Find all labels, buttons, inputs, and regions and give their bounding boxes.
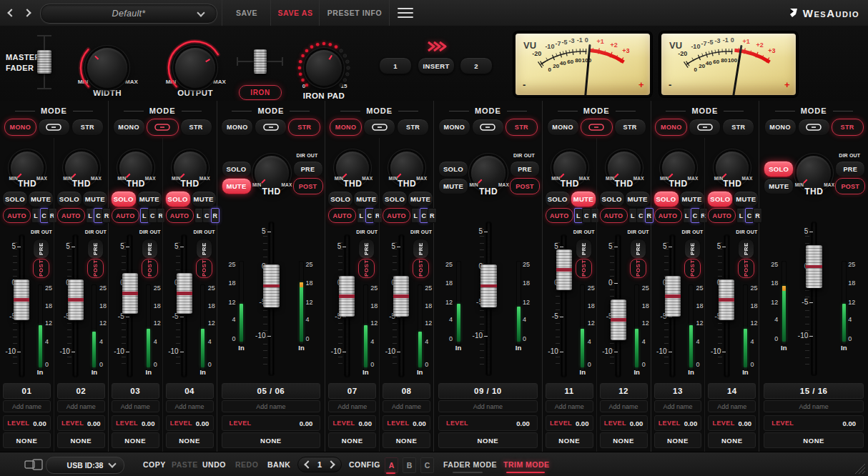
- channel-number[interactable]: 04: [166, 383, 214, 399]
- resize-grip[interactable]: [854, 463, 865, 474]
- channel-route-button[interactable]: NONE: [383, 432, 430, 448]
- pre-button[interactable]: PRE: [738, 239, 754, 259]
- bank-a-button[interactable]: A: [385, 457, 398, 473]
- auto-button[interactable]: AUTO: [166, 208, 194, 223]
- auto-button[interactable]: AUTO: [708, 208, 736, 223]
- pan-l-button[interactable]: L: [411, 208, 420, 223]
- pre-button[interactable]: PRE: [33, 239, 49, 259]
- channel-route-button[interactable]: NONE: [546, 432, 593, 448]
- fader-handle[interactable]: [14, 279, 29, 320]
- width-knob[interactable]: [87, 48, 127, 88]
- solo-button[interactable]: SOLO: [165, 191, 191, 207]
- solo-button[interactable]: SOLO: [222, 161, 252, 177]
- mute-button[interactable]: MUTE: [733, 191, 759, 207]
- channel-name-input[interactable]: [708, 400, 756, 412]
- iron-switch-handle[interactable]: [254, 49, 267, 74]
- mode-link-button[interactable]: [472, 119, 504, 136]
- mute-button[interactable]: MUTE: [571, 191, 596, 207]
- channel-route-button[interactable]: NONE: [3, 432, 51, 448]
- fader-handle[interactable]: [339, 276, 355, 317]
- iron-pad-knob[interactable]: [306, 50, 342, 86]
- channel-number[interactable]: 15 / 16: [764, 383, 864, 399]
- channel-name-input[interactable]: [383, 400, 430, 412]
- mode-str-button[interactable]: STR: [397, 119, 429, 136]
- pan-c-button[interactable]: C: [636, 208, 646, 223]
- paste-button[interactable]: PASTE: [172, 452, 198, 476]
- fader-handle[interactable]: [122, 273, 138, 314]
- solo-button[interactable]: SOLO: [599, 191, 625, 207]
- fader-handle[interactable]: [611, 299, 626, 340]
- auto-button[interactable]: AUTO: [3, 208, 31, 223]
- post-button[interactable]: POST: [413, 259, 429, 278]
- channel-number[interactable]: 03: [112, 383, 159, 399]
- pre-button[interactable]: PRE: [630, 239, 646, 259]
- channel-number[interactable]: 09 / 10: [438, 383, 538, 399]
- mode-link-button[interactable]: [255, 119, 287, 136]
- solo-button[interactable]: SOLO: [545, 191, 571, 207]
- mode-str-button[interactable]: STR: [722, 119, 754, 136]
- channel-number[interactable]: 05 / 06: [222, 383, 321, 399]
- config-button[interactable]: CONFIG: [349, 452, 380, 476]
- solo-button[interactable]: SOLO: [56, 191, 82, 207]
- channel-name-input[interactable]: [654, 400, 702, 412]
- auto-button[interactable]: AUTO: [112, 208, 139, 223]
- post-button[interactable]: POST: [142, 259, 158, 278]
- bank-next-button[interactable]: [327, 460, 335, 468]
- mode-mono-button[interactable]: MONO: [4, 119, 36, 136]
- fader-handle[interactable]: [480, 264, 497, 307]
- usb-id-selector[interactable]: USB ID:38: [46, 457, 124, 474]
- solo-button[interactable]: SOLO: [111, 191, 137, 207]
- insert-1-button[interactable]: 1: [379, 57, 412, 74]
- pre-button[interactable]: PRE: [510, 161, 540, 177]
- solo-button[interactable]: SOLO: [438, 161, 468, 177]
- pre-button[interactable]: PRE: [835, 161, 865, 177]
- channel-name-input[interactable]: [546, 400, 593, 412]
- fader-handle[interactable]: [719, 279, 734, 320]
- channel-number[interactable]: 14: [708, 383, 756, 399]
- pre-button[interactable]: PRE: [413, 239, 429, 259]
- channel-route-button[interactable]: NONE: [328, 432, 376, 448]
- channel-number[interactable]: 08: [383, 383, 430, 399]
- solo-button[interactable]: SOLO: [327, 191, 353, 207]
- mode-str-button[interactable]: STR: [288, 119, 320, 136]
- pan-l-button[interactable]: L: [31, 208, 41, 223]
- post-button[interactable]: POST: [33, 259, 49, 278]
- mute-button[interactable]: MUTE: [191, 191, 217, 207]
- pan-c-button[interactable]: C: [148, 208, 157, 223]
- channel-route-button[interactable]: NONE: [654, 432, 702, 448]
- pre-button[interactable]: PRE: [293, 161, 323, 177]
- insert-button[interactable]: INSERT: [418, 57, 455, 74]
- mode-mono-button[interactable]: MONO: [764, 119, 797, 136]
- channel-number[interactable]: 01: [3, 383, 51, 399]
- solo-button[interactable]: SOLO: [382, 191, 408, 207]
- fader-handle[interactable]: [68, 279, 84, 320]
- post-button[interactable]: POST: [684, 259, 701, 278]
- post-button[interactable]: POST: [835, 178, 865, 194]
- mode-mono-button[interactable]: MONO: [221, 119, 253, 136]
- fader-handle[interactable]: [556, 249, 572, 290]
- pre-button[interactable]: PRE: [576, 239, 592, 259]
- fader-handle[interactable]: [806, 245, 822, 288]
- channel-route-button[interactable]: NONE: [438, 432, 538, 448]
- mute-button[interactable]: MUTE: [625, 191, 651, 207]
- post-button[interactable]: POST: [293, 178, 323, 194]
- mute-button[interactable]: MUTE: [353, 191, 379, 207]
- pan-c-button[interactable]: C: [202, 208, 212, 223]
- mute-button[interactable]: MUTE: [222, 178, 252, 194]
- output-knob[interactable]: [175, 48, 215, 88]
- pan-l-button[interactable]: L: [357, 208, 366, 223]
- mode-mono-button[interactable]: MONO: [547, 119, 579, 136]
- auto-button[interactable]: AUTO: [328, 208, 356, 223]
- channel-name-input[interactable]: [166, 400, 214, 412]
- bank-prev-button[interactable]: [304, 460, 312, 468]
- master-fader-handle[interactable]: [37, 50, 51, 74]
- bank-c-button[interactable]: C: [420, 457, 434, 473]
- post-button[interactable]: POST: [196, 259, 212, 278]
- post-button[interactable]: POST: [630, 259, 646, 278]
- redo-button[interactable]: REDO: [235, 452, 258, 476]
- menu-button[interactable]: [389, 0, 421, 26]
- channel-route-button[interactable]: NONE: [222, 432, 321, 448]
- mode-link-button[interactable]: [363, 119, 395, 136]
- pan-c-button[interactable]: C: [582, 208, 591, 223]
- mute-button[interactable]: MUTE: [438, 178, 468, 194]
